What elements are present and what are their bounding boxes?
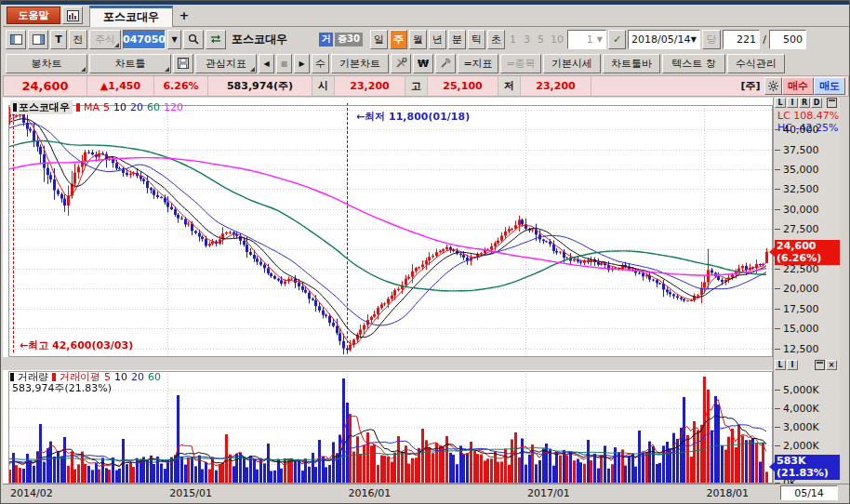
bars-shown-input[interactable]: 221 [723, 30, 760, 49]
candle-chart-combo[interactable]: 봉차트 [6, 54, 87, 73]
period-month-button[interactable]: 월 [409, 30, 427, 49]
chart-grid-icon-button[interactable] [62, 7, 83, 24]
pane-btn-l[interactable]: L [775, 98, 786, 108]
won-tool-button[interactable]: ₩ [413, 54, 433, 73]
low-price: 23,200 [521, 76, 591, 96]
volume-pane-window-buttons: × [815, 360, 837, 370]
search-icon [188, 33, 199, 45]
current-price-marker: 24,600 (6.26%) [775, 240, 840, 265]
symbol-toolbar: T 전 주식 047050 ▼ 포스코대우 거 증30 일 주 월 년 분 틱 … [3, 28, 806, 50]
settings-button[interactable] [764, 77, 782, 95]
tools-icon [395, 58, 407, 69]
low-annotation: ←최저 11,800(01/18) [356, 110, 470, 124]
text-tool-button[interactable]: T [50, 30, 67, 49]
prev-button[interactable]: ◀ [259, 54, 274, 73]
mini-chart-icon [67, 10, 79, 21]
period-tick-button[interactable]: 틱 [468, 30, 485, 49]
layout-right-icon-button[interactable] [28, 30, 48, 49]
current-price: 24,600 [4, 76, 87, 96]
buy-button[interactable]: 매수 [782, 77, 814, 95]
vol-pane-btn-i[interactable]: I [787, 360, 798, 370]
su-button[interactable]: 수 [312, 54, 329, 73]
formula-manager-button[interactable]: 수식관리 [727, 54, 785, 73]
price-change: ▲1,450 [87, 76, 154, 96]
x-axis-strip: 2014/022015/012016/012017/012018/01 05/1… [3, 484, 849, 500]
chart-frame-combo[interactable]: 차트틀 [89, 54, 171, 73]
tools-button[interactable] [391, 54, 411, 73]
symbol-legend-swatch [13, 103, 17, 112]
layout-left-icon-button[interactable] [6, 30, 26, 49]
dang-button: 당 [702, 30, 721, 49]
date-picker[interactable]: 2018/05/14 ▼ [628, 30, 700, 49]
price-axis-label: 20,000 [783, 283, 819, 295]
jeon-button[interactable]: 전 [69, 30, 87, 49]
vol-ma60-label: 60 [148, 371, 161, 383]
won-icon: ₩ [418, 58, 429, 70]
maximize-pane-icon[interactable] [827, 98, 837, 108]
basic-chart-button[interactable]: 기본차트 [331, 54, 389, 73]
text-window-button[interactable]: 텍스트 창 [662, 54, 725, 73]
tab-posco-daewoo[interactable]: 포스코대우 [89, 6, 173, 27]
pane-btn-d[interactable]: D [811, 98, 822, 108]
vol-pane-btn-l[interactable]: L [775, 360, 786, 370]
volume-ma-label: 거래이평 [60, 370, 100, 384]
minute-3-button: 3 [521, 30, 533, 49]
volume-legend-label: 거래량 [18, 370, 48, 384]
price-axis-label: 32,500 [783, 183, 819, 195]
interval-dropdown-arrow: ▼ [597, 35, 603, 44]
high-price: 25,100 [428, 76, 498, 96]
period-second-button[interactable]: 초 [487, 30, 505, 49]
stock-name-label: 포스코대우 [228, 32, 317, 47]
marker-price: 24,600 [777, 240, 838, 252]
help-button[interactable]: 도움말 [7, 7, 60, 24]
eq-indicator-button[interactable]: =지표 [458, 54, 498, 73]
ma60-label: 60 [147, 101, 160, 113]
ma-legend-label: MA [84, 101, 100, 113]
pane-btn-i[interactable]: I [787, 98, 798, 108]
close-volume-pane-icon[interactable]: × [826, 360, 837, 370]
geo-badge: 거 [319, 33, 333, 46]
sell-button[interactable]: 매도 [814, 77, 845, 95]
period-year-button[interactable]: 년 [429, 30, 446, 49]
refresh-button[interactable] [206, 30, 226, 49]
open-price: 23,200 [335, 76, 405, 96]
bars-total-input[interactable]: 500 [769, 30, 806, 49]
date-dropdown-arrow[interactable]: ▼ [691, 35, 697, 44]
maximize-volume-pane-icon[interactable] [815, 360, 825, 370]
period-week-button[interactable]: 주 [390, 30, 407, 49]
x-axis-label: 2018/01 [706, 487, 749, 499]
search-button[interactable] [183, 30, 204, 49]
price-axis-label: 40,000 [783, 124, 819, 136]
ma10-label: 10 [113, 101, 126, 113]
code-dropdown-arrow[interactable]: ▼ [167, 30, 181, 49]
chart-canvas[interactable] [3, 98, 773, 484]
eq-stock-button: =종목 [500, 54, 541, 73]
gear-icon [768, 81, 778, 91]
period-minute-button[interactable]: 분 [448, 30, 466, 49]
pane-btn-r[interactable]: R [799, 98, 810, 108]
next-button[interactable]: ▶ [294, 54, 310, 73]
x-axis-label: 2017/01 [527, 487, 570, 499]
interval-value: 1 [587, 33, 593, 46]
week-mode-button[interactable]: [주] [737, 76, 764, 96]
chart-toolbar-button[interactable]: 차트툴바 [603, 54, 660, 73]
period-day-button[interactable]: 일 [370, 30, 388, 49]
asset-type-combo[interactable]: 주식 [89, 30, 121, 49]
basic-price-button[interactable]: 기본시세 [543, 54, 601, 73]
chart-window: 도움말 포스코대우 + T 전 주식 047050 ▼ [0, 0, 850, 504]
save-button[interactable] [173, 54, 193, 73]
new-tab-button[interactable]: + [175, 8, 193, 22]
stock-code-input[interactable]: 047050 [123, 30, 166, 49]
price-axis-label: 15,000 [783, 323, 819, 335]
volume-axis-label: 2,000K [783, 440, 819, 452]
marker-pct: (6.26%) [777, 252, 838, 264]
wrench-button[interactable] [435, 54, 456, 73]
volume-axis-label: 3,000K [783, 421, 819, 433]
open-label: 시 [312, 76, 335, 96]
auto-check-button[interactable]: ✓ [608, 30, 626, 49]
price-axis-label: 17,500 [783, 303, 819, 315]
vol-ma20-label: 20 [131, 371, 144, 383]
volume-pane-buttons: L I [775, 360, 798, 370]
interest-indicator-combo[interactable]: 관심지표 [195, 54, 257, 73]
ma-legend-swatch [76, 103, 80, 112]
